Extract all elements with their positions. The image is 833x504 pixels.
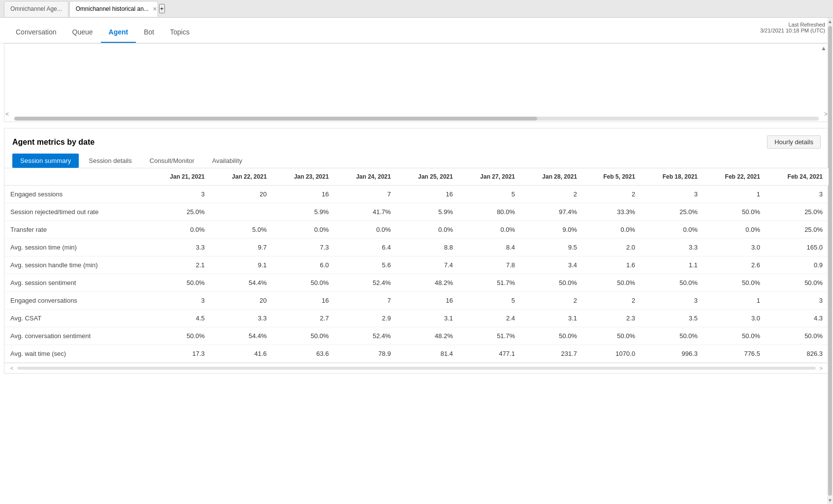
panel-title: Agent metrics by date: [12, 138, 95, 147]
right-scrollbar[interactable]: ▲ ▼: [827, 18, 833, 504]
cell-value: 51.7%: [459, 327, 521, 345]
cell-value: 776.5: [704, 345, 766, 363]
cell-value: 2: [583, 186, 641, 203]
cell-value: 2.7: [273, 310, 335, 327]
cell-value: 33.3%: [583, 203, 641, 221]
cell-value: 50.0%: [641, 274, 704, 292]
col-header-date: Jan 27, 2021: [459, 168, 521, 186]
cell-value: 3: [149, 292, 211, 310]
cell-value: 0.0%: [149, 221, 211, 239]
nav-item-conversation[interactable]: Conversation: [8, 21, 64, 43]
nav-item-topics[interactable]: Topics: [162, 21, 197, 43]
cell-value: 7.8: [459, 256, 521, 274]
close-tab-icon[interactable]: ✕: [153, 6, 157, 12]
cell-value: 0.0%: [704, 221, 766, 239]
tab-session-summary[interactable]: Session summary: [12, 154, 79, 168]
cell-value: 2: [521, 186, 583, 203]
nav-item-queue[interactable]: Queue: [64, 21, 101, 43]
cell-value: 78.9: [335, 345, 397, 363]
cell-value: 2: [521, 292, 583, 310]
cell-value: 1.1: [641, 256, 704, 274]
cell-value: 16: [273, 292, 335, 310]
right-scroll-thumb: [828, 26, 832, 496]
cell-value: 17.3: [149, 345, 211, 363]
cell-value: 996.3: [641, 345, 704, 363]
table-row: Engaged conversations32016716522313: [4, 292, 829, 310]
cell-value: 477.1: [459, 345, 521, 363]
cell-value: 8.4: [459, 239, 521, 256]
right-scroll-up-icon[interactable]: ▲: [827, 18, 833, 25]
app-container: Conversation Queue Agent Bot Topics Last…: [0, 18, 833, 504]
col-header-date: Jan 21, 2021: [149, 168, 211, 186]
cell-value: 50.0%: [273, 274, 335, 292]
table-row: Avg. CSAT4.53.32.72.93.12.43.12.33.53.04…: [4, 310, 829, 327]
col-header-date: Feb 5, 2021: [583, 168, 641, 186]
cell-value: 3: [149, 186, 211, 203]
cell-value: 2.3: [583, 310, 641, 327]
cell-value: 6.0: [273, 256, 335, 274]
cell-value: 7: [335, 292, 397, 310]
cell-value: 3.1: [521, 310, 583, 327]
cell-value: 20: [211, 292, 273, 310]
bottom-scroll-left[interactable]: <: [8, 364, 15, 372]
cell-value: 3.5: [641, 310, 704, 327]
cell-value: 50.0%: [766, 274, 829, 292]
cell-value: 2.4: [459, 310, 521, 327]
row-label: Engaged conversations: [4, 292, 149, 310]
last-refreshed-label: Last Refreshed: [760, 22, 825, 28]
cell-value: 50.0%: [641, 327, 704, 345]
last-refreshed-value: 3/21/2021 10:18 PM (UTC): [760, 28, 825, 33]
scrollbar-thumb: [14, 117, 537, 121]
cell-value: 50.0%: [149, 274, 211, 292]
cell-value: 41.6: [211, 345, 273, 363]
nav-item-agent[interactable]: Agent: [101, 21, 136, 43]
cell-value: 3.3: [149, 239, 211, 256]
bottom-scroll-right[interactable]: >: [818, 364, 825, 372]
cell-value: 4.3: [766, 310, 829, 327]
cell-value: 4.5: [149, 310, 211, 327]
cell-value: 5.0%: [211, 221, 273, 239]
cell-value: 50.0%: [766, 327, 829, 345]
cell-value: 50.0%: [583, 274, 641, 292]
hourly-details-button[interactable]: Hourly details: [767, 135, 821, 149]
horizontal-scrollbar[interactable]: [14, 117, 819, 121]
cell-value: 3.3: [211, 310, 273, 327]
cell-value: 5.9%: [273, 203, 335, 221]
row-label: Avg. wait time (sec): [4, 345, 149, 363]
cell-value: 52.4%: [335, 327, 397, 345]
tab-active[interactable]: Omnichannel historical an... ✕: [69, 1, 158, 17]
panel-header: Agent metrics by date Hourly details: [4, 128, 829, 149]
scroll-left-icon[interactable]: <: [5, 111, 9, 118]
cell-value: 3: [766, 186, 829, 203]
new-tab-button[interactable]: +: [159, 4, 165, 13]
cell-value: 3.4: [521, 256, 583, 274]
cell-value: 50.0%: [521, 274, 583, 292]
cell-value: 48.2%: [397, 327, 459, 345]
scroll-up-icon[interactable]: ▲: [821, 45, 827, 52]
cell-value: 7.3: [273, 239, 335, 256]
nav-item-bot[interactable]: Bot: [136, 21, 162, 43]
tab-availability[interactable]: Availability: [204, 154, 250, 168]
cell-value: 9.7: [211, 239, 273, 256]
cell-value: 63.6: [273, 345, 335, 363]
right-scroll-down-icon[interactable]: ▼: [827, 497, 833, 504]
sub-tab-bar: Session summary Session details Consult/…: [4, 149, 829, 168]
cell-value: 165.0: [766, 239, 829, 256]
metrics-table-wrapper[interactable]: Jan 21, 2021Jan 22, 2021Jan 23, 2021Jan …: [4, 168, 829, 363]
tab-inactive[interactable]: Omnichannel Age...: [4, 1, 68, 17]
cell-value: 50.0%: [704, 327, 766, 345]
table-body: Engaged sessions32016716522313Session re…: [4, 186, 829, 363]
table-row: Engaged sessions32016716522313: [4, 186, 829, 203]
cell-value: 5: [459, 292, 521, 310]
cell-value: 1: [704, 186, 766, 203]
cell-value: 1.6: [583, 256, 641, 274]
cell-value: 7: [335, 186, 397, 203]
row-label: Avg. session handle time (min): [4, 256, 149, 274]
cell-value: 0.0%: [335, 221, 397, 239]
cell-value: 2.6: [704, 256, 766, 274]
last-refreshed: Last Refreshed 3/21/2021 10:18 PM (UTC): [760, 22, 825, 33]
tab-consult-monitor[interactable]: Consult/Monitor: [142, 154, 202, 168]
tab-session-details[interactable]: Session details: [81, 154, 139, 168]
agent-metrics-panel: Agent metrics by date Hourly details Ses…: [4, 128, 829, 374]
bottom-scrollbar: < >: [4, 363, 829, 373]
